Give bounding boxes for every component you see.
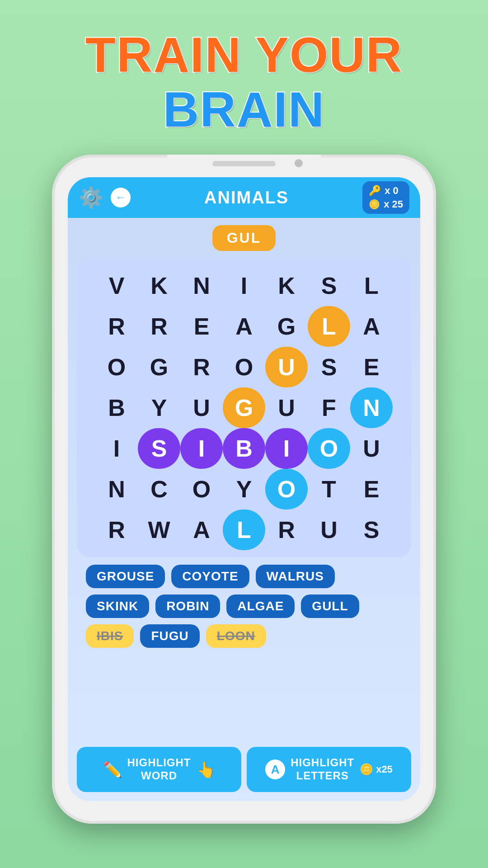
- grid-wrapper[interactable]: V K N I K S L R R E A G: [77, 258, 411, 557]
- cell-4-4[interactable]: I: [265, 428, 308, 469]
- cell-6-1[interactable]: W: [138, 509, 180, 550]
- cell-3-1[interactable]: Y: [138, 387, 180, 428]
- word-chip-grouse[interactable]: GROUSE: [86, 565, 165, 588]
- category-title: ANIMALS: [204, 188, 289, 208]
- coins-count: x 25: [384, 198, 403, 210]
- back-button[interactable]: ←: [111, 188, 131, 208]
- cell-4-0[interactable]: I: [95, 428, 138, 469]
- cursor-icon: 👆: [197, 760, 216, 778]
- word-chip-coyote[interactable]: COYOTE: [171, 565, 249, 588]
- cell-1-6[interactable]: A: [350, 306, 393, 347]
- grid-row-2: O G R O U S E: [84, 347, 404, 387]
- word-chip-ibis[interactable]: IBIS: [86, 624, 134, 648]
- top-bar: ⚙️ ← ANIMALS 🔑 x 0 🪙 x 25: [68, 177, 420, 218]
- grid-row-3: B Y U G U F N: [84, 387, 404, 428]
- grid-row-0: V K N I K S L: [84, 265, 404, 306]
- cell-0-1[interactable]: K: [138, 265, 180, 306]
- cost-display: 🪙 x25: [360, 763, 393, 776]
- cell-3-4[interactable]: U: [265, 387, 308, 428]
- highlight-letters-button[interactable]: A HIGHLIGHTLETTERS 🪙 x25: [247, 747, 411, 792]
- cell-0-3[interactable]: I: [223, 265, 265, 306]
- main-title: TRAIN YOUR BRAIN: [85, 27, 403, 137]
- cell-3-0[interactable]: B: [95, 387, 138, 428]
- title-line2: BRAIN: [85, 82, 403, 137]
- cell-3-5[interactable]: F: [308, 387, 350, 428]
- word-chip-walrus[interactable]: WALRUS: [256, 565, 335, 588]
- cell-2-4[interactable]: U: [265, 347, 308, 387]
- word-chip-algae[interactable]: ALGAE: [226, 594, 295, 618]
- grid-row-1: R R E A G L A: [84, 306, 404, 347]
- cell-5-3[interactable]: Y: [223, 469, 265, 509]
- cell-0-0[interactable]: V: [95, 265, 138, 306]
- cell-5-0[interactable]: N: [95, 469, 138, 509]
- key-icon: 🔑: [369, 185, 381, 197]
- cell-0-5[interactable]: S: [308, 265, 350, 306]
- cell-3-6[interactable]: N: [350, 387, 393, 428]
- word-chip-skink[interactable]: SKINK: [86, 594, 149, 618]
- bottom-buttons: ✏️ HIGHLIGHTWORD 👆 A HIGHLIGHTLETTERS 🪙 …: [68, 741, 420, 801]
- highlight-word-label: HIGHLIGHTWORD: [127, 756, 191, 783]
- title-line1: TRAIN YOUR: [85, 27, 403, 82]
- word-chip-gull[interactable]: GULL: [301, 594, 359, 618]
- cell-6-3[interactable]: L: [223, 509, 265, 550]
- cell-4-2[interactable]: I: [180, 428, 223, 469]
- cell-1-5[interactable]: L: [308, 306, 350, 347]
- cell-4-5[interactable]: O: [308, 428, 350, 469]
- cell-2-6[interactable]: E: [350, 347, 393, 387]
- cost-amount: x25: [376, 764, 393, 775]
- keys-row: 🔑 x 0: [369, 185, 403, 197]
- cell-0-4[interactable]: K: [265, 265, 308, 306]
- word-chip-loon[interactable]: LOON: [206, 624, 266, 648]
- cell-5-4[interactable]: O: [265, 469, 308, 509]
- cell-1-2[interactable]: E: [180, 306, 223, 347]
- cell-1-0[interactable]: R: [95, 306, 138, 347]
- cell-3-2[interactable]: U: [180, 387, 223, 428]
- grid-row-5: N C O Y O T E: [84, 469, 404, 509]
- words-list: GROUSE COYOTE WALRUS SKINK ROBIN ALGAE G…: [77, 557, 411, 655]
- current-word-bubble: GUL: [212, 225, 276, 251]
- cell-2-2[interactable]: R: [180, 347, 223, 387]
- cell-5-1[interactable]: C: [138, 469, 180, 509]
- cell-5-5[interactable]: T: [308, 469, 350, 509]
- highlight-word-button[interactable]: ✏️ HIGHLIGHTWORD 👆: [77, 747, 241, 792]
- front-camera: [295, 159, 303, 167]
- cell-1-1[interactable]: R: [138, 306, 180, 347]
- word-search-container: GUL V K N I K S L R: [68, 218, 420, 741]
- phone-screen: ⚙️ ← ANIMALS 🔑 x 0 🪙 x 25 GUL: [68, 177, 420, 801]
- cell-1-4[interactable]: G: [265, 306, 308, 347]
- word-chip-robin[interactable]: ROBIN: [155, 594, 220, 618]
- currency-panel: 🔑 x 0 🪙 x 25: [362, 181, 409, 214]
- grid-row-6: R W A L R U S: [84, 509, 404, 550]
- letter-grid[interactable]: V K N I K S L R R E A G: [77, 258, 411, 557]
- highlight-letters-label: HIGHLIGHTLETTERS: [291, 756, 354, 783]
- cell-0-2[interactable]: N: [180, 265, 223, 306]
- cell-3-3[interactable]: G: [223, 387, 265, 428]
- settings-icon[interactable]: ⚙️: [79, 186, 103, 209]
- cell-1-3[interactable]: A: [223, 306, 265, 347]
- keys-count: x 0: [385, 185, 399, 197]
- coins-row: 🪙 x 25: [369, 198, 403, 210]
- word-chip-fugu[interactable]: FUGU: [140, 624, 199, 648]
- cell-4-3[interactable]: B: [223, 428, 265, 469]
- phone-frame: ⚙️ ← ANIMALS 🔑 x 0 🪙 x 25 GUL: [52, 155, 436, 824]
- cell-5-6[interactable]: E: [350, 469, 393, 509]
- cell-6-6[interactable]: S: [350, 509, 393, 550]
- cell-2-5[interactable]: S: [308, 347, 350, 387]
- cell-4-1[interactable]: S: [138, 428, 180, 469]
- cell-0-6[interactable]: L: [350, 265, 393, 306]
- cell-5-2[interactable]: O: [180, 469, 223, 509]
- cell-2-1[interactable]: G: [138, 347, 180, 387]
- top-bar-left: ⚙️ ←: [79, 186, 131, 209]
- cell-6-2[interactable]: A: [180, 509, 223, 550]
- letter-a-icon: A: [265, 760, 285, 779]
- cell-6-5[interactable]: U: [308, 509, 350, 550]
- grid-row-4: I S I B I O U: [84, 428, 404, 469]
- phone-notch: [167, 155, 321, 173]
- speaker: [212, 161, 276, 166]
- cell-6-0[interactable]: R: [95, 509, 138, 550]
- cell-2-3[interactable]: O: [223, 347, 265, 387]
- cost-coin-icon: 🪙: [360, 763, 373, 776]
- cell-2-0[interactable]: O: [95, 347, 138, 387]
- cell-4-6[interactable]: U: [350, 428, 393, 469]
- cell-6-4[interactable]: R: [265, 509, 308, 550]
